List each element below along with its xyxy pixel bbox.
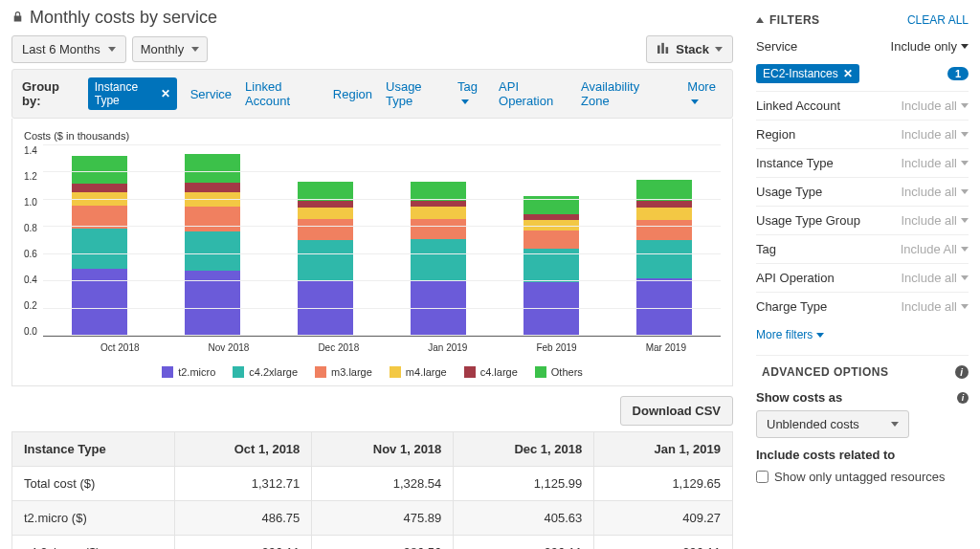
group-by-region[interactable]: Region: [333, 87, 372, 101]
bar-dec-2018[interactable]: [298, 182, 353, 336]
x-tick: Feb 2019: [536, 342, 576, 353]
y-tick: 0.6: [24, 249, 37, 259]
filter-row-usage-type-group[interactable]: Usage Type GroupInclude all: [756, 206, 969, 234]
group-by-tag[interactable]: Tag: [457, 79, 485, 108]
table-row: t2.micro ($)486.75475.89405.63409.27: [12, 501, 733, 536]
group-by-bar: Group by: Instance Type ✕ Service Linked…: [11, 69, 733, 119]
filter-value-dropdown[interactable]: Include only: [891, 39, 969, 54]
table-header[interactable]: Nov 1, 2018: [312, 432, 454, 467]
filter-label: Usage Type: [756, 185, 822, 199]
chevron-down-icon: [961, 161, 969, 165]
bar-segment: [185, 154, 240, 183]
bar-mar-2019[interactable]: [636, 180, 692, 336]
download-csv-button[interactable]: Download CSV: [620, 396, 733, 426]
legend-label: c4.large: [480, 366, 518, 378]
filter-label: Usage Type Group: [756, 213, 860, 228]
granularity-label: Monthly: [141, 42, 185, 56]
filter-value-dropdown[interactable]: Include all: [901, 271, 969, 285]
bar-segment: [298, 240, 353, 280]
remove-chip-icon[interactable]: ✕: [843, 67, 853, 80]
legend-item[interactable]: Others: [535, 366, 583, 378]
bar-segment: [411, 239, 466, 279]
bar-segment: [636, 220, 692, 240]
date-range-dropdown[interactable]: Last 6 Months: [11, 35, 126, 63]
legend-item[interactable]: m4.large: [390, 366, 447, 378]
chevron-down-icon: [961, 304, 969, 309]
bar-segment: [185, 231, 240, 271]
table-header[interactable]: Oct 1, 2018: [174, 432, 312, 467]
legend-item[interactable]: c4.2xlarge: [233, 366, 298, 378]
svg-rect-1: [662, 43, 665, 54]
legend-item[interactable]: m3.large: [315, 366, 372, 378]
table-header[interactable]: Jan 1, 2019: [594, 432, 733, 467]
group-by-service[interactable]: Service: [190, 87, 232, 101]
info-icon[interactable]: i: [957, 392, 969, 404]
filter-chip[interactable]: EC2-Instances✕: [756, 64, 859, 83]
legend-item[interactable]: t2.micro: [162, 366, 215, 378]
filter-row-region[interactable]: RegionInclude all: [756, 120, 969, 148]
filter-value-dropdown[interactable]: Include all: [901, 127, 969, 142]
chevron-down-icon: [891, 422, 899, 427]
advanced-options-header[interactable]: ADVANCED OPTIONS i: [756, 355, 969, 384]
y-axis-title: Costs ($ in thousands): [24, 130, 721, 142]
cost-table: Instance TypeOct 1, 2018Nov 1, 2018Dec 1…: [11, 431, 733, 549]
y-tick: 1.2: [24, 171, 37, 182]
granularity-dropdown[interactable]: Monthly: [132, 36, 209, 62]
filter-value-dropdown[interactable]: Include all: [901, 156, 969, 170]
y-axis: 1.41.21.00.80.60.40.20.0: [24, 145, 43, 337]
row-label: c4.2xlarge ($): [12, 536, 175, 550]
bar-feb-2019[interactable]: [523, 196, 579, 336]
untagged-checkbox-row[interactable]: Show only untagged resources: [756, 466, 969, 488]
bar-segment: [636, 201, 692, 208]
table-header[interactable]: Dec 1, 2018: [454, 432, 594, 467]
bar-jan-2019[interactable]: [411, 182, 466, 336]
filter-value-dropdown[interactable]: Include All: [901, 242, 969, 256]
bar-oct-2018[interactable]: [72, 156, 127, 336]
legend-swatch: [390, 366, 401, 378]
y-tick: 0.2: [24, 300, 37, 311]
bar-segment: [411, 207, 466, 219]
group-by-usage-type[interactable]: Usage Type: [386, 79, 444, 108]
filter-row-tag[interactable]: TagInclude All: [756, 234, 969, 263]
cell-value: 1,312.71: [174, 467, 312, 501]
filter-row-linked-account[interactable]: Linked AccountInclude all: [756, 91, 969, 120]
legend-item[interactable]: c4.large: [464, 366, 518, 378]
remove-chip-icon[interactable]: ✕: [161, 87, 170, 100]
filter-row-instance-type[interactable]: Instance TypeInclude all: [756, 148, 969, 177]
cell-value: 409.27: [594, 501, 733, 536]
more-filters-link[interactable]: More filters: [756, 320, 824, 349]
legend-swatch: [535, 366, 546, 378]
filter-value-dropdown[interactable]: Include all: [901, 185, 969, 199]
table-header-main[interactable]: Instance Type: [12, 432, 175, 467]
group-by-api-operation[interactable]: API Operation: [499, 79, 568, 108]
svg-rect-2: [666, 47, 669, 54]
filter-row-api-operation[interactable]: API OperationInclude all: [756, 263, 969, 292]
filter-value-dropdown[interactable]: Include all: [901, 299, 969, 314]
y-tick: 1.0: [24, 197, 37, 208]
filter-value-dropdown[interactable]: Include all: [901, 99, 969, 113]
filter-row-usage-type[interactable]: Usage TypeInclude all: [756, 177, 969, 206]
filter-row-charge-type[interactable]: Charge TypeInclude all: [756, 292, 969, 320]
chart-style-dropdown[interactable]: Stack: [646, 35, 733, 63]
collapse-up-icon: [756, 17, 764, 23]
bar-segment: [411, 219, 466, 239]
group-by-more[interactable]: More: [687, 79, 723, 108]
clear-all-link[interactable]: CLEAR ALL: [907, 13, 969, 27]
legend-swatch: [315, 366, 326, 378]
info-icon[interactable]: i: [955, 365, 969, 379]
filter-row-service[interactable]: ServiceInclude only: [756, 33, 969, 60]
chevron-down-icon: [961, 44, 969, 49]
group-by-linked-account[interactable]: Linked Account: [245, 79, 320, 108]
filters-header[interactable]: FILTERS CLEAR ALL: [756, 8, 969, 33]
group-by-availability-zone[interactable]: Availability Zone: [581, 79, 660, 108]
bar-segment: [636, 208, 692, 220]
chevron-down-icon: [816, 333, 824, 338]
group-by-chip[interactable]: Instance Type ✕: [88, 77, 177, 110]
cell-value: 296.11: [454, 536, 594, 550]
chart-plot: [43, 145, 721, 337]
show-costs-dropdown[interactable]: Unblended costs: [756, 410, 909, 438]
show-costs-label: Show costs as: [756, 390, 842, 405]
filter-value-dropdown[interactable]: Include all: [901, 213, 969, 228]
untagged-checkbox[interactable]: [756, 471, 768, 483]
chevron-down-icon: [191, 47, 199, 52]
